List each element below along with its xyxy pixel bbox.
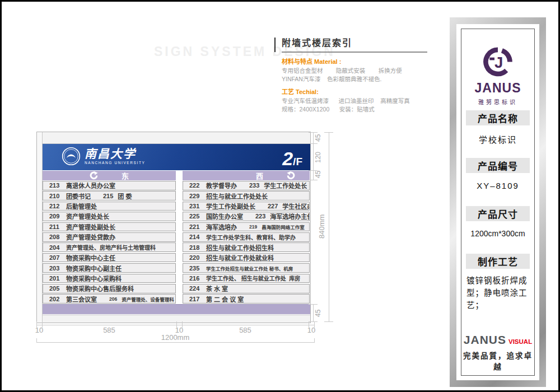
room-name: 资产管理处副处长 [66,222,115,231]
directory-row: 211资产管理处副处长 [43,222,176,232]
room-name: 招生与就业工作处招生科 [206,243,274,252]
dim-tick [324,321,333,322]
svg-text:J: J [494,54,503,71]
room-number: 235 [189,265,206,272]
spec-divider [274,38,276,52]
university-name: 南昌大学 NANCHANG UNIVERSITY [85,148,145,165]
room-number: 208 [49,234,66,240]
floor-number: 2 /F [282,148,302,170]
material-label: 材料与特点 [282,58,312,65]
design-proof-page: SIGN SYSTEM DESIGN 附墙式楼层索引 材料与特点 Materia… [0,0,560,392]
dim-tick [36,338,37,343]
dim-label-total-height: 840mm [318,207,326,246]
tech-label-en: Techial: [296,88,319,95]
dim-line [329,132,329,322]
room-number: 213 [49,182,66,189]
west-direction-bar: 西 [183,171,310,180]
room-number: 229 [189,193,206,199]
east-label: 东 [122,170,129,181]
material-line: 专用铝合金型材 隐蔽式安装 拆换方便 [282,67,434,75]
room-name: 学生工作处副处长 [206,202,255,211]
product-code-value: XY–8109 [461,181,534,190]
room-number: 203 [49,265,66,272]
directory-row: 203物资采购中心副主任 [43,263,176,273]
sign-top-rail [43,132,310,144]
tech-heading: 工艺 Techial: [282,87,434,96]
room-name: 学生工作处处长 [264,181,307,190]
room-number: 217 [189,296,206,302]
room-number: 216 [189,275,206,282]
room-name: 昌海国防网络工作室 [262,223,305,230]
directory-row: 235学生工作处招生与就业工作处 秘书、机房 [183,263,310,273]
room-name: 资产管理处、设备管理科 [122,296,174,302]
directory-row: 222教学督导办233学生工作处处长 [183,181,310,190]
product-name-label: 产品名称 [466,110,530,125]
janus-visual-suffix: VISUAL [508,338,532,345]
room-name: 学生工作处、 招生与就业工作处 库房 [206,274,300,282]
product-name-value: 学校标识 [461,133,534,145]
directory-row: 218招生与就业工作处招生科 [183,242,310,252]
dim-tick [324,132,333,133]
directory-row: 213离退休人员办公室 [43,181,176,190]
room-name: 学生工作处招生与就业工作处 秘书、机房 [206,265,293,272]
craft-value: 镀锌钢板折焊成型；静电喷涂工艺； [466,274,531,311]
dim-tick [309,321,318,322]
directory-row: 201物资采购中心采购科 [43,274,176,283]
directory-row: 229招生与就业工作处处长 [183,191,310,200]
tagline: 完美品質，追求卓越 [461,349,534,372]
room-number: 209 [49,213,66,220]
room-number: 224 [189,285,206,292]
room-name: 招生与就业工作处就业科 [206,253,274,262]
directory-row: 205物资采购中心售后服务科 [43,284,176,293]
room-number: 212 [49,203,66,209]
room-number: 233 [249,182,259,189]
directory-row: 207物资采购中心主任 [43,253,176,263]
room-name: 招生与就业工作处处长 [206,192,268,200]
janus-brand-sub: 雅努思标识 [461,97,534,106]
dim-label-45-footer: 45 [314,305,323,321]
room-name: 学生社区办 [282,202,310,211]
room-name: 第 二 会 议 室 [206,295,244,304]
room-name: 物资采购中心主任 [66,253,115,262]
room-number: 214 [189,234,206,240]
sign-header: 南昌大学 NANCHANG UNIVERSITY 2 /F [43,144,310,170]
product-info-panel: J JANUS 雅努思标识 产品名称 学校标识 产品编号 XY–8109 产品尺… [461,29,535,376]
room-name: 海军选培办主任 [270,212,310,221]
directory-row: 231学生工作处副处长227学生社区办 [183,202,310,211]
product-size-value: 1200cm*300cm [461,229,534,238]
room-number: 202 [49,296,66,302]
counterclockwise-arrow-icon [90,171,98,180]
dim-label-45-top: 45 [314,132,323,143]
room-number: 210 [49,193,66,199]
room-number: 222 [189,182,206,189]
room-number: 204 [49,244,66,251]
tech-label: 工艺 [282,88,294,95]
room-number: 225 [189,213,206,220]
room-name: 资产管理处处长 [66,212,109,221]
dim-tick [309,143,318,144]
room-name: 海军选培办 [206,222,237,231]
tech-line: 规格：2400X1200 安装：贴墙式 [282,105,434,114]
room-number: 206 [109,296,117,302]
room-name: 团 委 [118,192,132,200]
dim-label-120: 120 [314,145,323,170]
directory-row: 208资产管理处贷款办 [43,232,176,242]
material-heading: 材料与特点 Material : [282,57,434,66]
room-name: 后勤管理处 [66,202,97,211]
room-name: 离退休人员办公室 [66,181,115,190]
craft-label: 制作工艺 [466,254,530,269]
material-label-en: Material : [314,58,341,65]
room-number: 201 [49,275,66,282]
directory-row: 221海军选培办219昌海国防网络工作室 [183,222,310,232]
room-name: 教学督导办 [206,181,237,190]
product-size-label: 产品尺寸 [466,206,530,221]
dim-tick [309,180,318,180]
dim-line [36,325,314,325]
directory-row: 202第三会议室206资产管理处、设备管理科 [43,294,176,304]
room-number: 207 [49,254,66,261]
sign-footer-bar [43,304,310,314]
sign-left-rail [37,132,43,323]
room-name: 物资采购中心售后服务科 [66,284,134,293]
room-number: 211 [49,223,66,230]
janus-visual-brand: JANUS [464,333,506,346]
